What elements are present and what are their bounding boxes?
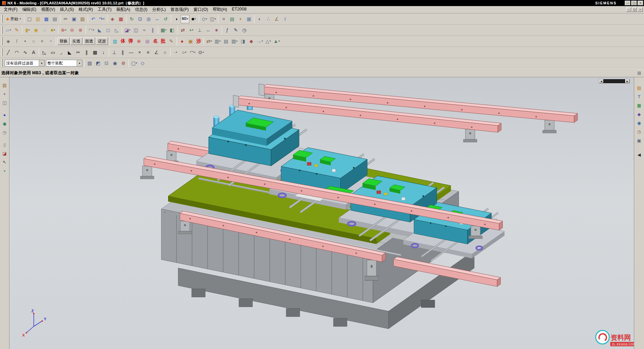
dropdown-arrow-icon[interactable]: ▾ <box>236 40 238 43</box>
toolbar-grip[interactable] <box>1 59 3 67</box>
trim-body-button[interactable]: ◪▾ <box>123 26 132 34</box>
interference-tool-button[interactable]: 涉 <box>195 37 203 45</box>
dropdown-arrow-icon[interactable]: ▾ <box>28 29 30 31</box>
sketch-button[interactable]: ✎ <box>12 26 21 34</box>
create-explosion-button[interactable]: ∗ <box>212 26 221 34</box>
dropdown-arrow-icon[interactable]: ▾ <box>103 18 105 20</box>
viewport-top-scrollbar[interactable]: ◀ ▶ <box>599 79 630 83</box>
reference-sets-button[interactable]: ▥▾ <box>213 37 222 46</box>
solid-translucency-button[interactable]: 实透 <box>70 37 82 45</box>
snap-point-toggle-button[interactable]: ◈ <box>4 37 12 46</box>
product-interface-button[interactable]: ◨ <box>239 37 247 46</box>
refresh-view-button[interactable]: ↻ <box>128 15 136 23</box>
component-visibility-button[interactable]: ▧▾ <box>230 37 239 46</box>
subtract-button[interactable]: ⊖ <box>68 26 76 34</box>
assembly-sequence-button[interactable]: →▾ <box>256 37 264 46</box>
menu-item[interactable]: 视图(V) <box>39 6 58 13</box>
pointer-tool-button[interactable]: ↖ <box>1 158 8 166</box>
split-body-button[interactable]: ◫ <box>132 26 140 34</box>
background-color-button[interactable]: ■▾ <box>189 15 198 23</box>
assembly-constraints-button[interactable]: ⊥ <box>195 26 204 34</box>
visible-in-view-button[interactable]: ▤ <box>228 15 236 23</box>
circle-tool-button[interactable]: ○▾ <box>180 48 188 57</box>
edit-feature-button[interactable]: ✎ <box>232 26 240 34</box>
constraint-perpendicular-button[interactable]: ⊥ <box>110 48 118 57</box>
model-history-button[interactable]: ◷ <box>240 26 248 34</box>
shell-button[interactable]: ◻ <box>104 26 112 34</box>
unite-button[interactable]: ⊕▾ <box>59 26 68 34</box>
interpart-link-button[interactable]: ⇄▾ <box>205 37 213 46</box>
section-view-button[interactable]: ▥ <box>111 37 119 46</box>
constraint-coincident-button[interactable]: × <box>135 48 144 57</box>
snap-enable-button[interactable]: ◇ <box>138 59 147 68</box>
paste-button[interactable]: ▨ <box>78 15 87 23</box>
dropdown-arrow-icon[interactable]: ▾ <box>206 18 207 20</box>
wave-mode-button[interactable]: ▲▾ <box>272 37 281 46</box>
pattern-curve-button[interactable]: ▦ <box>91 48 99 57</box>
wcs-orient-button[interactable]: + <box>236 15 245 23</box>
body-filter-button[interactable]: 体 <box>119 37 127 45</box>
dropdown-arrow-icon[interactable]: ▾ <box>54 29 55 31</box>
edge-blend-button[interactable]: ◠▾ <box>87 26 96 34</box>
undo-button[interactable]: ↶ <box>89 15 98 23</box>
history-clock-button[interactable]: ◷ <box>1 129 8 136</box>
redo-button[interactable]: ↷▾ <box>98 15 106 23</box>
snap-quadrant-button[interactable]: ◔ <box>46 37 55 46</box>
general-selection-button[interactable]: ◉ <box>111 59 119 68</box>
marquee-style-button[interactable]: ▢▾ <box>130 59 138 68</box>
menu-item[interactable]: 装配(A) <box>114 6 133 13</box>
save-file-button[interactable]: ▦ <box>42 15 51 23</box>
new-file-button[interactable]: ▢ <box>25 15 34 23</box>
render-style-button[interactable]: M3▾ <box>181 15 189 23</box>
snap-intersection-button[interactable]: × <box>38 37 46 46</box>
line-tool-button[interactable]: ╱ <box>4 48 12 57</box>
dropdown-arrow-icon[interactable]: ▾ <box>77 60 82 66</box>
selection-filter-combo[interactable]: 没有选择过滤器▾ <box>5 60 45 66</box>
menu-item[interactable]: 分析(L) <box>150 6 168 13</box>
cut-button[interactable]: ✂ <box>61 15 70 23</box>
dropdown-arrow-icon[interactable]: ▾ <box>203 51 204 54</box>
spring-tool-button[interactable]: 弹 <box>127 37 135 45</box>
selection-preview-button[interactable]: ∴ <box>264 15 272 23</box>
offset-surface-button[interactable]: ∥ <box>149 26 157 34</box>
toolbar-grip[interactable] <box>1 26 3 34</box>
chamfer-button[interactable]: ◣ <box>96 26 104 34</box>
constraint-tangent-button[interactable]: ○ <box>161 48 169 57</box>
snapshot-button[interactable]: ◫▾ <box>209 15 217 23</box>
add-green-tool-button[interactable]: + <box>1 167 8 174</box>
red-dot-tool-button[interactable]: ● <box>178 37 186 46</box>
touch-input-button[interactable]: ◈ <box>108 15 117 23</box>
paint-tool-button[interactable]: ◪ <box>1 150 8 157</box>
menu-item[interactable]: 首选项(P) <box>168 6 191 13</box>
quick-trim-button[interactable]: ✂ <box>74 48 82 57</box>
scrollbar-right-arrow-icon[interactable]: ▶ <box>625 79 629 83</box>
part-navigator-button[interactable]: ▦ <box>636 102 643 109</box>
name-tool-button[interactable]: 名 <box>152 37 159 45</box>
highlight-selection-button[interactable]: ◩ <box>94 59 102 68</box>
stop-at-intersection-button[interactable]: ⊘ <box>119 59 128 68</box>
dropdown-arrow-icon[interactable]: ▾ <box>262 40 263 43</box>
text-tool-button[interactable]: A <box>29 48 38 57</box>
conic-tool-button[interactable]: ∿ <box>21 48 29 57</box>
interior-selection-button[interactable]: ⊡ <box>102 59 111 68</box>
grid-display-button[interactable]: ▦ <box>245 15 253 23</box>
open-file-button[interactable]: ▥ <box>34 15 42 23</box>
toolbar-grip[interactable] <box>1 37 3 45</box>
dropdown-arrow-icon[interactable]: ▾ <box>278 40 280 43</box>
constraint-angle-button[interactable]: ∠ <box>152 48 161 57</box>
resource-collapse-arrow-button[interactable]: ◀ <box>636 151 643 158</box>
minimize-button[interactable]: — <box>625 1 630 5</box>
point-tool-button[interactable]: ∙▾ <box>171 48 180 57</box>
datum-point-button[interactable]: ⊙▾ <box>197 48 205 57</box>
copy-button[interactable]: ▣ <box>70 15 78 23</box>
start-menu-button[interactable]: ◆开始▾ <box>4 15 23 23</box>
constraint-navigator-button[interactable]: T <box>636 93 643 100</box>
replace-display-button[interactable]: 替换 <box>57 37 70 45</box>
variant-configuration-button[interactable]: △▾ <box>264 37 272 46</box>
block-primitive-button[interactable]: ■▾ <box>49 26 57 34</box>
project-curve-button[interactable]: ↓ <box>99 48 108 57</box>
palette-directory-button[interactable]: ▤ <box>1 81 8 89</box>
information-button[interactable]: i <box>281 15 289 23</box>
pan-view-button[interactable]: ↔ <box>153 15 161 23</box>
face-translucency-button[interactable]: 面透 <box>83 37 95 45</box>
